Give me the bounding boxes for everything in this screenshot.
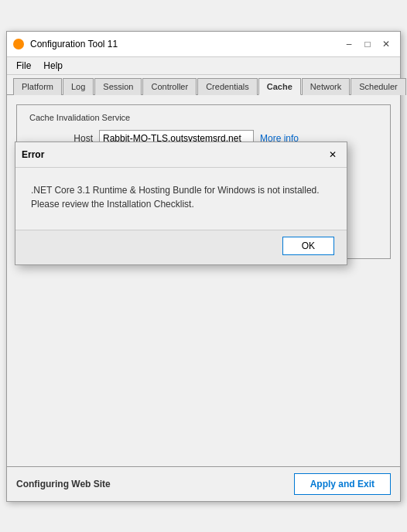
window-controls: – □ ✕ xyxy=(341,36,394,52)
apply-exit-button[interactable]: Apply and Exit xyxy=(294,473,391,495)
maximize-button[interactable]: □ xyxy=(360,36,375,52)
status-text: Configuring Web Site xyxy=(16,479,111,489)
tab-log[interactable]: Log xyxy=(63,78,94,95)
menu-bar: File Help xyxy=(7,57,400,75)
title-bar: Configuration Tool 11 – □ ✕ xyxy=(7,32,400,57)
minimize-button[interactable]: – xyxy=(341,36,357,52)
tab-cache[interactable]: Cache xyxy=(258,78,301,95)
main-window: Configuration Tool 11 – □ ✕ File Help Pl… xyxy=(6,31,401,502)
tab-scheduler[interactable]: Scheduler xyxy=(351,78,406,95)
tab-network[interactable]: Network xyxy=(302,78,350,95)
main-content: Cache Invalidation Service Host More inf… xyxy=(7,95,400,466)
dialog-title: Error xyxy=(22,149,325,160)
dialog-message: .NET Core 3.1 Runtime & Hosting Bundle f… xyxy=(31,183,331,211)
menu-file[interactable]: File xyxy=(10,59,37,73)
dialog-body: .NET Core 3.1 Runtime & Hosting Bundle f… xyxy=(15,168,347,230)
tab-platform[interactable]: Platform xyxy=(13,78,62,95)
tab-session[interactable]: Session xyxy=(94,78,142,95)
dialog-ok-button[interactable]: OK xyxy=(282,237,334,255)
dialog-footer: OK xyxy=(15,230,347,264)
window-title: Configuration Tool 11 xyxy=(30,39,341,49)
close-button[interactable]: ✕ xyxy=(378,36,394,52)
tab-credentials[interactable]: Credentials xyxy=(197,78,258,95)
menu-help[interactable]: Help xyxy=(37,59,69,73)
dialog-close-button[interactable]: ✕ xyxy=(325,147,340,162)
status-bar: Configuring Web Site Apply and Exit xyxy=(7,466,400,501)
tab-controller[interactable]: Controller xyxy=(142,78,197,95)
error-dialog: Error ✕ .NET Core 3.1 Runtime & Hosting … xyxy=(15,142,347,265)
dialog-title-bar: Error ✕ xyxy=(15,142,347,168)
tabs-bar: Platform Log Session Controller Credenti… xyxy=(7,75,400,95)
app-icon xyxy=(13,39,24,49)
dialog-overlay: Error ✕ .NET Core 3.1 Runtime & Hosting … xyxy=(7,95,400,466)
